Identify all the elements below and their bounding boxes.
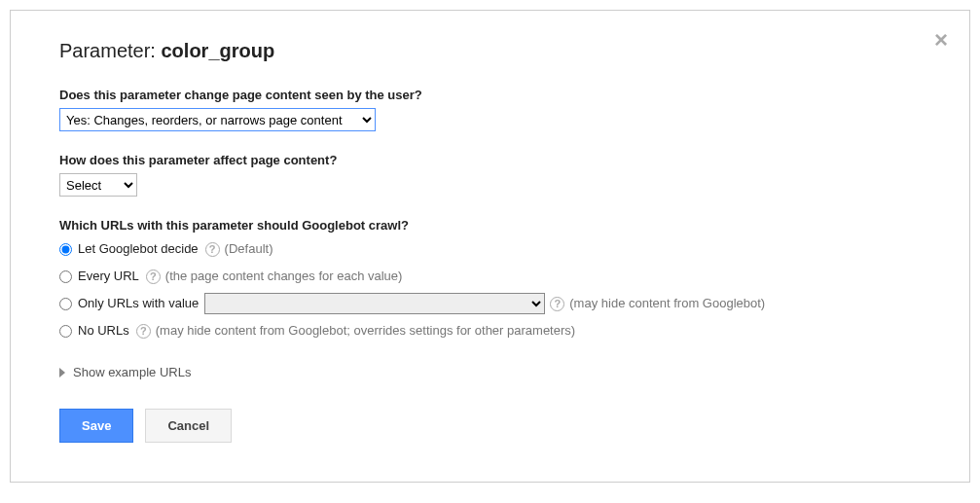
help-icon[interactable]: ?	[550, 297, 564, 311]
chevron-right-icon	[59, 368, 65, 377]
radio-only-label: Only URLs with value	[78, 293, 199, 314]
help-icon[interactable]: ?	[136, 324, 151, 339]
q2-label: How does this parameter affect page cont…	[59, 153, 921, 167]
dialog-title: Parameter: color_group	[59, 40, 921, 62]
radio-decide[interactable]	[59, 243, 72, 256]
question-affect-content: How does this parameter affect page cont…	[59, 153, 921, 197]
only-value-select[interactable]	[204, 293, 545, 314]
radio-none-label: No URLs	[78, 320, 129, 341]
radio-decide-hint: (Default)	[225, 238, 273, 260]
q1-select[interactable]: Yes: Changes, reorders, or narrows page …	[59, 108, 376, 131]
crawl-option-none[interactable]: No URLs ? (may hide content from Googleb…	[59, 320, 921, 341]
close-icon[interactable]: ×	[934, 28, 948, 52]
title-prefix: Parameter:	[59, 40, 161, 61]
question-change-content: Does this parameter change page content …	[59, 88, 921, 131]
q2-select[interactable]: Select	[59, 173, 137, 197]
radio-none-hint: (may hide content from Googlebot; overri…	[156, 320, 575, 341]
cancel-button[interactable]: Cancel	[145, 409, 232, 443]
help-icon[interactable]: ?	[146, 269, 161, 284]
show-example-urls[interactable]: Show example URLs	[59, 365, 921, 379]
radio-every-label: Every URL	[78, 266, 139, 287]
q1-label: Does this parameter change page content …	[59, 88, 921, 102]
parameter-name: color_group	[161, 40, 274, 61]
radio-only[interactable]	[59, 298, 72, 310]
crawl-option-decide[interactable]: Let Googlebot decide ? (Default)	[59, 238, 921, 260]
question-crawl: Which URLs with this parameter should Go…	[59, 218, 921, 341]
q3-label: Which URLs with this parameter should Go…	[59, 218, 921, 233]
radio-every-hint: (the page content changes for each value…	[165, 266, 403, 287]
radio-only-hint: (may hide content from Googlebot)	[569, 293, 765, 314]
radio-none[interactable]	[59, 325, 72, 338]
radio-decide-label: Let Googlebot decide	[78, 238, 199, 260]
parameter-dialog: × Parameter: color_group Does this param…	[10, 10, 970, 483]
dialog-buttons: Save Cancel	[59, 409, 921, 443]
help-icon[interactable]: ?	[205, 242, 220, 257]
radio-every[interactable]	[59, 270, 72, 283]
expand-label: Show example URLs	[73, 365, 191, 379]
crawl-option-only[interactable]: Only URLs with value ? (may hide content…	[59, 293, 921, 314]
crawl-options: Let Googlebot decide ? (Default) Every U…	[59, 238, 921, 341]
crawl-option-every[interactable]: Every URL ? (the page content changes fo…	[59, 266, 921, 287]
save-button[interactable]: Save	[59, 409, 133, 443]
